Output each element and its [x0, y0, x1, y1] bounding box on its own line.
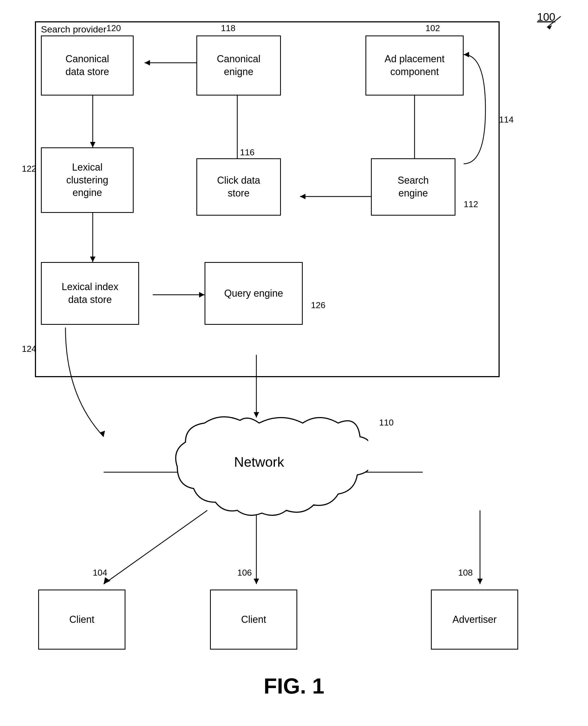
ref-114: 114: [499, 115, 513, 125]
svg-marker-2: [145, 60, 150, 65]
svg-line-30: [547, 16, 561, 27]
client2-box: Client: [210, 589, 297, 650]
click-data-store-box: Click datastore: [196, 158, 281, 216]
ad-placement-box: Ad placementcomponent: [365, 36, 464, 96]
svg-marker-26: [104, 577, 110, 584]
lexical-index-box: Lexical indexdata store: [41, 262, 139, 325]
search-engine-box: Searchengine: [371, 158, 456, 216]
canonical-data-store-box: Canonicaldata store: [41, 36, 134, 96]
ref-116: 116: [240, 147, 254, 158]
ref-122: 122: [22, 164, 36, 174]
ref-110: 110: [379, 418, 394, 428]
ref-124: 124: [22, 344, 36, 354]
ref-120: 120: [106, 23, 121, 33]
search-provider-label: Search provider: [41, 24, 106, 35]
svg-text:Network: Network: [234, 455, 284, 470]
svg-marker-28: [477, 579, 483, 584]
svg-marker-11: [90, 142, 96, 147]
figure-title: FIG. 1: [0, 673, 588, 699]
client1-box: Client: [38, 589, 125, 650]
ref-108: 108: [458, 568, 472, 578]
ref-106: 106: [237, 568, 252, 578]
ref-102: 102: [425, 23, 440, 33]
canonical-engine-box: Canonicalenigne: [196, 36, 281, 96]
svg-marker-9: [300, 194, 306, 199]
svg-marker-15: [199, 292, 205, 298]
ref-118: 118: [221, 23, 235, 33]
ref-126: 126: [311, 300, 326, 310]
advertiser-box: Advertiser: [431, 589, 518, 650]
query-engine-box: Query engine: [205, 262, 303, 325]
svg-marker-16: [100, 431, 105, 437]
ref-104: 104: [93, 568, 107, 578]
diagram: 100 Search provider Canonicaldata store …: [0, 0, 588, 726]
network-cloud: Network: [150, 409, 368, 524]
ref100-arrow: [544, 14, 566, 30]
lexical-clustering-box: Lexicalclusteringengine: [41, 147, 134, 213]
svg-marker-13: [90, 257, 96, 262]
svg-marker-29: [464, 52, 469, 57]
ref-112: 112: [464, 199, 478, 209]
svg-marker-20: [254, 579, 259, 584]
